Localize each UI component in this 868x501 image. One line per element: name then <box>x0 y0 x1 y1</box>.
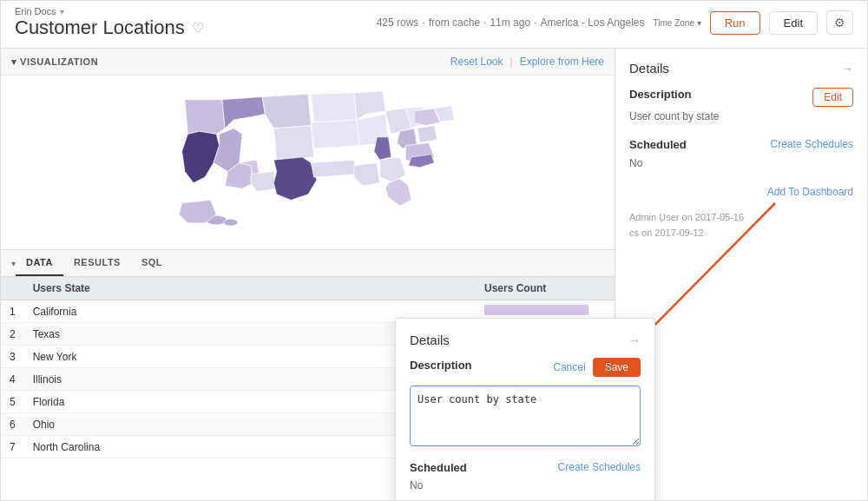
floating-panel-title: Details <box>410 333 450 347</box>
cache-status: from cache <box>429 16 480 29</box>
floating-description-label: Description <box>410 359 472 372</box>
map-visualization <box>1 76 615 249</box>
col-num <box>1 277 24 300</box>
sep-icon: | <box>510 56 513 68</box>
description-label: Description <box>629 88 692 101</box>
details-arrow[interactable]: → <box>841 62 853 76</box>
floating-scheduled-label: Scheduled <box>410 461 467 474</box>
visualization-header: ▾ VISUALIZATION Reset Look | Explore fro… <box>1 49 615 76</box>
row-num: 3 <box>1 346 24 368</box>
breadcrumb-caret: ▾ <box>60 7 64 16</box>
row-num: 1 <box>1 300 24 323</box>
location: America - Los Angeles <box>540 16 644 29</box>
heart-icon[interactable]: ♡ <box>192 20 204 36</box>
page-title: Customer Locations <box>15 16 185 39</box>
tab-sql[interactable]: SQL <box>131 250 173 276</box>
reset-look-link[interactable]: Reset Look <box>450 56 503 68</box>
scheduled-value: No <box>629 157 853 169</box>
create-schedules-link[interactable]: Create Schedules <box>771 138 853 150</box>
floating-scheduled-section: Scheduled Create Schedules No <box>410 461 641 491</box>
count-bar <box>484 305 589 315</box>
timezone-label: Time Zone ▾ <box>654 18 701 28</box>
floating-details-panel: Details → Description Cancel Save User c… <box>395 318 655 500</box>
row-num: 7 <box>1 436 24 458</box>
meta-info-panel: Admin User on 2017-05-16 cs on 2017-09-1… <box>629 210 853 241</box>
col-count: Users Count <box>476 277 615 300</box>
meta-line2: cs on 2017-09-12 <box>629 226 853 241</box>
add-to-dashboard-link[interactable]: Add To Dashboard <box>767 186 853 198</box>
timezone-selector[interactable]: Time Zone ▾ <box>654 18 701 28</box>
row-num: 5 <box>1 391 24 413</box>
col-state: Users State <box>24 277 476 300</box>
sep3: · <box>534 16 536 29</box>
explore-link[interactable]: Explore from Here <box>520 56 604 68</box>
meta-info: 425 rows · from cache · 11m ago · Americ… <box>377 16 645 29</box>
description-section: Description Edit User count by state <box>629 88 853 122</box>
scheduled-section: Scheduled Create Schedules No <box>629 138 853 169</box>
description-textarea[interactable]: User count by state <box>410 386 641 446</box>
floating-scheduled-value: No <box>410 479 641 491</box>
sep1: · <box>422 16 424 29</box>
header: Erin Docs ▾ Customer Locations ♡ 425 row… <box>1 1 867 49</box>
us-map <box>117 82 499 243</box>
description-value: User count by state <box>629 110 853 122</box>
run-button[interactable]: Run <box>710 11 760 35</box>
floating-create-schedules-link[interactable]: Create Schedules <box>558 461 641 473</box>
floating-description-section: Description Cancel Save User count by st… <box>410 358 641 449</box>
cancel-button[interactable]: Cancel <box>553 361 585 373</box>
visualization-title: ▾ VISUALIZATION <box>11 56 98 68</box>
description-edit-button[interactable]: Edit <box>812 88 853 107</box>
time-ago: 11m ago <box>490 16 530 29</box>
breadcrumb[interactable]: Erin Docs <box>15 6 56 16</box>
tab-results[interactable]: RESULTS <box>63 250 131 276</box>
row-num: 2 <box>1 323 24 346</box>
row-num: 4 <box>1 368 24 391</box>
data-tabs: ▾ DATA RESULTS SQL <box>1 250 615 277</box>
floating-panel-arrow[interactable]: → <box>628 333 641 347</box>
edit-button[interactable]: Edit <box>769 11 818 35</box>
rows-count: 425 rows <box>377 16 419 29</box>
details-title: Details <box>629 61 669 76</box>
row-num: 6 <box>1 413 24 436</box>
sep2: · <box>483 16 486 29</box>
meta-line1: Admin User on 2017-05-16 <box>629 210 853 226</box>
svg-point-1 <box>223 219 237 226</box>
gear-button[interactable]: ⚙ <box>826 10 853 35</box>
scheduled-label: Scheduled <box>629 138 687 151</box>
tab-data[interactable]: DATA <box>16 250 63 276</box>
save-button[interactable]: Save <box>593 358 641 377</box>
